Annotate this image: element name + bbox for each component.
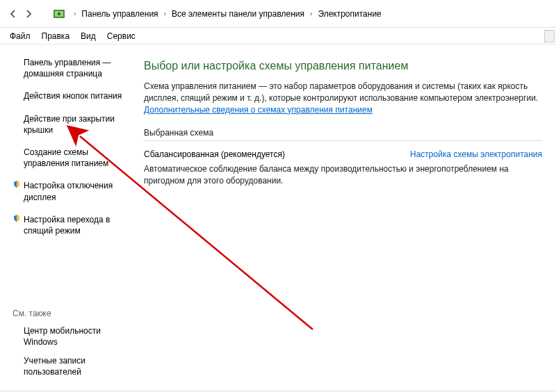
sidebar-item-label: Действия кнопок питания	[24, 90, 122, 101]
sidebar-item-power-buttons[interactable]: Действия кнопок питания	[13, 90, 129, 101]
sidebar-home-link[interactable]: Панель управления — домашняя страница	[13, 57, 129, 79]
sidebar-item-label: Настройка отключения дисплея	[24, 180, 129, 202]
sidebar-item-label: Настройка перехода в спящий режим	[24, 214, 129, 236]
sidebar-item-label: Создание схемы управления питанием	[24, 147, 129, 169]
address-bar: › Панель управления › Все элементы панел…	[0, 0, 556, 28]
page-title: Выбор или настройка схемы управления пит…	[144, 60, 542, 72]
plan-name: Сбалансированная (рекомендуется)	[144, 149, 285, 159]
breadcrumb-item[interactable]: Панель управления	[80, 9, 159, 19]
breadcrumb: Панель управления › Все элементы панели …	[80, 9, 382, 19]
shield-icon	[13, 180, 21, 188]
see-also-label: Центр мобильности Windows	[24, 325, 129, 348]
more-info-link[interactable]: Дополнительные сведения о схемах управле…	[144, 105, 373, 115]
breadcrumb-item[interactable]: Все элементы панели управления	[170, 9, 306, 19]
sidebar-item-sleep[interactable]: Настройка перехода в спящий режим	[13, 214, 129, 236]
see-also-mobility-center[interactable]: Центр мобильности Windows	[13, 325, 129, 348]
plan-description: Автоматическое соблюдение баланса между …	[144, 163, 542, 187]
svg-point-2	[58, 12, 60, 15]
sidebar-item-display-off[interactable]: Настройка отключения дисплея	[13, 180, 129, 202]
back-button[interactable]	[6, 6, 21, 22]
sidebar-item-lid-close[interactable]: Действие при закрытии крышки	[13, 113, 129, 136]
chevron-right-icon[interactable]: ›	[160, 10, 170, 17]
see-also-label: Учетные записи пользователей	[24, 355, 129, 377]
sidebar: Панель управления — домашняя страница Де…	[0, 44, 136, 391]
chevron-right-icon[interactable]: ›	[306, 10, 316, 17]
menu-file[interactable]: Файл	[4, 30, 36, 42]
see-also-header: См. также	[13, 309, 129, 318]
main-content: Выбор или настройка схемы управления пит…	[136, 44, 556, 391]
sidebar-item-create-plan[interactable]: Создание схемы управления питанием	[13, 147, 129, 169]
divider	[0, 391, 556, 391]
scrollbar-stub[interactable]	[544, 30, 555, 42]
see-also-user-accounts[interactable]: Учетные записи пользователей	[13, 355, 129, 377]
sidebar-home-label: Панель управления — домашняя страница	[24, 57, 129, 79]
control-panel-icon	[53, 8, 65, 20]
chevron-right-icon[interactable]: ›	[70, 10, 80, 17]
shield-icon	[13, 214, 21, 222]
divider	[144, 140, 542, 141]
menu-tools[interactable]: Сервис	[101, 30, 141, 42]
selected-plan-header: Выбранная схема	[144, 128, 542, 138]
forward-button[interactable]	[21, 6, 36, 22]
menu-bar: Файл Правка Вид Сервис	[0, 28, 556, 44]
breadcrumb-item[interactable]: Электропитание	[316, 9, 382, 19]
plan-settings-link[interactable]: Настройка схемы электропитания	[410, 149, 542, 159]
sidebar-item-label: Действие при закрытии крышки	[24, 113, 129, 136]
menu-edit[interactable]: Правка	[36, 30, 76, 42]
page-description: Схема управления питанием — это набор па…	[144, 81, 542, 115]
menu-view[interactable]: Вид	[75, 30, 101, 42]
